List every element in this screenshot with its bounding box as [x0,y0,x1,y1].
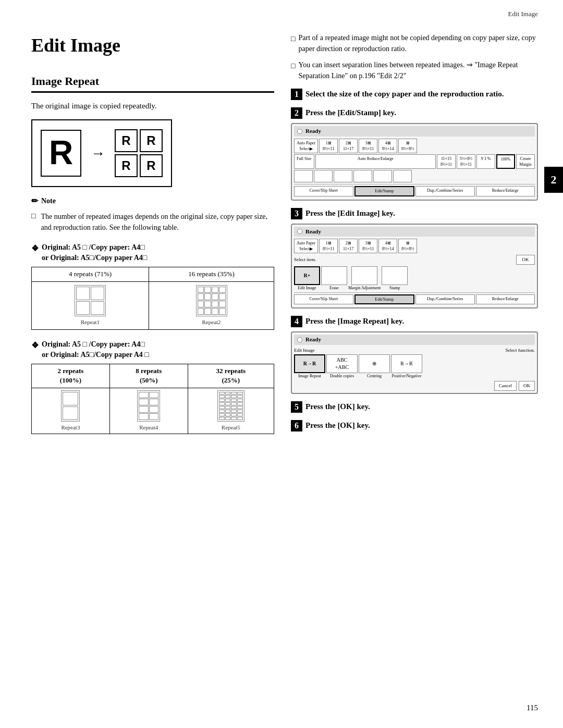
step-2-heading: 2 Press the [Edit/Stamp] key. [291,107,538,119]
paper-4-btn-3[interactable]: 4⊠8½×14 [378,239,397,253]
create-margin-btn[interactable]: CreateMargin [516,154,535,169]
grid-cell [139,399,149,405]
double-copies-btn[interactable]: ABC+ABC [326,354,358,373]
col2-header-1: 2 repeats(100%) [32,364,110,388]
repeat-cell-2: Repeat2 [149,281,274,329]
grid-cell [204,308,211,315]
square-icon-1: □ [291,33,295,54]
dup-combine-btn-3[interactable]: Dup./Combine/Series [415,294,475,304]
small-r-cell-1: R [115,129,138,152]
paper-1-btn-3[interactable]: 1⊠8½×11 [319,239,338,253]
grid-cell [204,293,211,300]
margin-btn[interactable] [351,266,377,285]
repeat-table-2: 2 repeats(100%) 8 repeats(50%) 32 repeat… [31,364,274,434]
icon-btn-1[interactable] [294,170,313,182]
margin-icon: Margin Adjustment [348,266,381,291]
note-section: ✏ Note □ The number of repeated images d… [31,195,274,233]
cover-slip-btn-3[interactable]: Cover/Slip Sheet [294,294,353,304]
grid-cell [198,301,204,307]
grid-cell [219,392,225,395]
ready-indicator-4 [297,337,302,342]
repeat-table-1: 4 repeats (71%) 16 repeats (35%) [31,267,274,330]
grid-cell [63,406,78,420]
ui-paper-row-3: Auto PaperSelect▶ 1⊠8½×11 2⊠11×17 3⊠8½×1… [294,239,535,253]
percent-2-btn[interactable]: 5½×8½8½×11 [457,154,475,169]
header-title: Edit Image [508,10,538,18]
icon-btn-6[interactable] [393,170,412,182]
ok-btn-3[interactable]: OK [516,255,535,265]
grid-cell [139,406,149,413]
paper-3-btn-3[interactable]: 3⊠8½×11 [359,239,377,253]
edit-stamp-btn-3[interactable]: Edit/Stamp [354,294,415,304]
step-3: 3 Press the [Edit Image] key. Ready Auto… [291,208,538,309]
step-6-heading: 6 Press the [OK] key. [291,420,538,431]
edit-stamp-btn[interactable]: Edit/Stamp [354,186,415,196]
paper-1-btn[interactable]: 1⊠8½×11 [319,139,338,153]
image-repeat-func-label: Image Repeat [298,373,321,379]
grid-cell [212,287,218,293]
icon-btn-2[interactable] [314,170,333,182]
square-icon-2: □ [291,60,295,81]
note-bullet-1: □ The number of repeated images depends … [31,211,274,233]
grid-cell [219,308,226,315]
mini-grid-2x2 [75,285,106,316]
grid-cell [212,293,218,300]
paper-5-btn-3[interactable]: ⊠8½×8½ [398,239,417,253]
edit-image-btn[interactable]: R+ [294,266,320,285]
auto-paper-btn-3[interactable]: Auto PaperSelect▶ [294,239,318,253]
grid-cell [149,392,159,399]
machine-ui-step4: Ready Edit Image Select function. R→R Im… [291,331,538,394]
repeat-cell2-3: Repeat5 [188,388,274,434]
grid-cell [91,301,104,315]
auto-reduce-btn[interactable]: Auto Reduce/Enlarge [315,154,436,169]
cancel-btn-4[interactable]: Cancel [494,381,517,391]
left-column: Edit Image Image Repeat The original ima… [31,32,287,439]
stamp-label: Stamp [389,285,400,291]
grid-cell [91,287,104,300]
percent-1-btn[interactable]: 11×158½×11 [437,154,456,169]
mini-grid-4x8 [217,390,244,422]
repeat-cell2-2: Repeat4 [109,388,188,434]
icon-btn-4[interactable] [353,170,372,182]
repeat-cell2-content-1: Repeat3 [35,390,106,431]
arrow-right: → [91,143,105,163]
reduce-enlarge-btn-3[interactable]: Reduce/Enlarge [476,294,535,304]
grid-cell [204,301,211,307]
pos-neg-btn[interactable]: R→R [391,354,422,373]
diamond-title-1: ❖ Original: A5 □ /Copy paper: A4□or Orig… [31,242,274,263]
step-1-heading: 1 Select the size of the copy paper and … [291,89,538,100]
col2-header-2: 8 repeats(50%) [109,364,188,388]
image-repeat-func-btn[interactable]: R→R [294,354,325,373]
erase-icon: Erase [321,266,347,291]
cover-slip-btn[interactable]: Cover/Slip Sheet [294,186,353,196]
diamond-section-1: ❖ Original: A5 □ /Copy paper: A4□or Orig… [31,242,274,330]
centring-btn[interactable]: ⊕ [359,354,390,373]
paper-4-btn[interactable]: 4⊠8½×14 [378,139,397,153]
reduce-enlarge-btn[interactable]: Reduce/Enlarge [476,186,535,196]
step-4-heading: 4 Press the [Image Repeat] key. [291,316,538,327]
dup-combine-btn[interactable]: Dup./Combine/Series [415,186,475,196]
icon-btn-3[interactable] [334,170,352,182]
paper-5-btn[interactable]: ⊠8½×8½ [398,139,417,153]
percent-4-btn[interactable]: 100% [496,154,515,169]
intro-text: The original image is copied repeatedly. [31,100,274,112]
main-content: Edit Image Image Repeat The original ima… [0,22,563,439]
erase-btn[interactable] [321,266,347,285]
grid-cell [76,287,90,300]
stamp-btn[interactable] [382,266,408,285]
full-size-btn[interactable]: Full Size [294,154,314,169]
centring-func: ⊕ Centring [359,354,390,379]
paper-2-btn[interactable]: 2⊠11×17 [339,139,358,153]
icon-btn-5[interactable] [373,170,392,182]
paper-3-btn[interactable]: 3⊠8½×11 [359,139,377,153]
ok-btn-4[interactable]: OK [519,381,535,391]
step-2: 2 Press the [Edit/Stamp] key. Ready Auto… [291,107,538,200]
auto-paper-btn[interactable]: Auto PaperSelect▶ [294,139,318,153]
paper-2-btn-3[interactable]: 2⊠11×17 [339,239,358,253]
step-5: 5 Press the [OK] key. [291,401,538,413]
percent-3-btn[interactable]: 9 3 % [476,154,495,169]
machine-ui-step3: Ready Auto PaperSelect▶ 1⊠8½×11 2⊠11×17 … [291,224,538,309]
diamond-title-2: ❖ Original: A5 □ /Copy paper: A4□or Orig… [31,339,274,360]
erase-label: Erase [329,285,339,291]
repeat-cell2-1: Repeat3 [32,388,110,434]
